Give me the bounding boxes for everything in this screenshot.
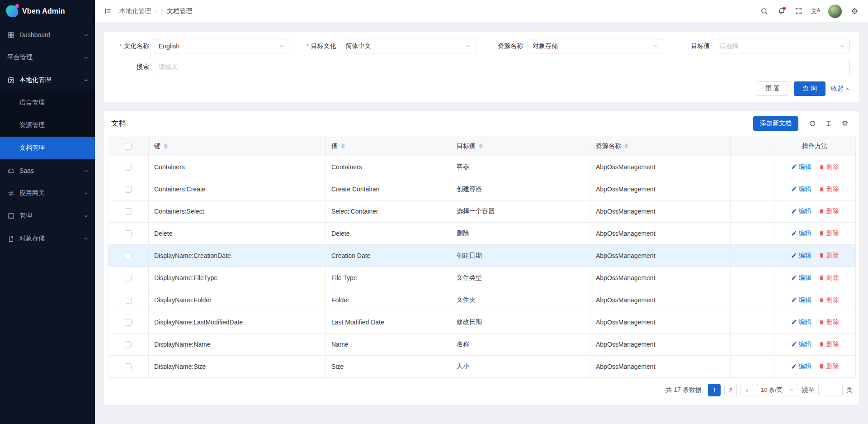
chevron-down-icon (84, 33, 89, 38)
sidebar-item-localization-management[interactable]: 本地化管理 (0, 69, 95, 91)
target-value-select-placeholder: 请选择 (720, 42, 739, 50)
add-document-button[interactable]: 添加新文档 (753, 116, 798, 131)
edit-button[interactable]: 编辑 (791, 274, 811, 282)
trash-icon (819, 186, 825, 192)
delete-button[interactable]: 删除 (819, 362, 839, 371)
row-checkbox[interactable] (125, 230, 132, 237)
translate-button[interactable]: 文A (807, 0, 824, 23)
reset-button[interactable]: 重 置 (757, 81, 788, 96)
breadcrumb-parent[interactable]: 本地化管理 (119, 7, 158, 15)
sidebar-item-platform-management[interactable]: 平台管理 (0, 46, 95, 69)
edit-icon (791, 297, 797, 303)
chevron-down-icon (153, 9, 158, 14)
target-culture-select[interactable]: 简体中文 (341, 39, 476, 53)
breadcrumb-parent-label: 本地化管理 (119, 7, 151, 15)
fullscreen-button[interactable] (790, 0, 807, 23)
delete-button[interactable]: 删除 (819, 252, 839, 260)
sort-icon[interactable] (164, 143, 168, 149)
notification-button[interactable] (773, 0, 789, 23)
query-button[interactable]: 查 询 (794, 81, 826, 96)
refresh-button[interactable] (806, 117, 819, 130)
culture-select[interactable]: English (154, 39, 289, 53)
target-value-select[interactable]: 请选择 (715, 39, 850, 53)
delete-button[interactable]: 删除 (819, 163, 839, 171)
required-asterisk: * (120, 43, 122, 50)
sidebar-item-resource-management[interactable]: 资源管理 (0, 114, 95, 137)
delete-button[interactable]: 删除 (819, 318, 839, 326)
topbar: 本地化管理 / 文档管理 文A (95, 0, 868, 23)
row-checkbox[interactable] (125, 252, 132, 259)
next-page-button[interactable] (741, 384, 753, 396)
edit-button[interactable]: 编辑 (791, 163, 811, 171)
page-2-button[interactable]: 2 (724, 384, 737, 396)
delete-button[interactable]: 删除 (819, 207, 839, 215)
column-header-resource[interactable]: 资源名称 (596, 142, 725, 150)
sidebar-item-saas[interactable]: Saas (0, 159, 95, 182)
cell-key: Delete (149, 223, 326, 245)
edit-button[interactable]: 编辑 (791, 185, 811, 193)
delete-button[interactable]: 删除 (819, 274, 839, 282)
menu-fold-button[interactable] (102, 6, 113, 17)
sidebar-item-management[interactable]: 管理 (0, 205, 95, 227)
trash-icon (819, 341, 825, 347)
settings-button[interactable]: ⚙ (846, 0, 863, 23)
column-header-target[interactable]: 目标值 (457, 142, 585, 150)
sidebar-item-document-management[interactable]: 文档管理 (0, 137, 95, 159)
chevron-down-icon (84, 191, 89, 196)
search-label: 搜索 (113, 63, 149, 71)
chevron-right-icon (745, 388, 750, 393)
edit-icon (791, 230, 797, 236)
cell-resource: AbpOssManagement (590, 333, 731, 356)
edit-button[interactable]: 编辑 (791, 252, 811, 260)
row-checkbox[interactable] (125, 363, 132, 370)
edit-button[interactable]: 编辑 (791, 296, 811, 304)
sidebar-item-object-storage[interactable]: 对象存储 (0, 227, 95, 250)
delete-button[interactable]: 删除 (819, 340, 839, 348)
row-checkbox[interactable] (125, 208, 132, 215)
row-checkbox[interactable] (125, 297, 132, 304)
edit-button[interactable]: 编辑 (791, 229, 811, 238)
edit-button[interactable]: 编辑 (791, 318, 811, 326)
sidebar-item-application-gateway[interactable]: 应用网关 (0, 182, 95, 205)
collapse-link[interactable]: 收起 (831, 85, 850, 93)
cell-target: 创建日期 (451, 245, 590, 267)
edit-button[interactable]: 编辑 (791, 340, 811, 348)
target-culture-field: * 目标文化 简体中文 (300, 39, 476, 53)
logo[interactable]: Vben Admin (0, 0, 95, 23)
delete-button[interactable]: 删除 (819, 229, 839, 238)
row-checkbox[interactable] (125, 164, 132, 171)
table-row: DisplayName:Folder Folder 文件夹 AbpOssMana… (108, 289, 856, 311)
avatar[interactable] (828, 5, 842, 18)
cell-target: 容器 (451, 156, 590, 178)
page-1-button[interactable]: 1 (708, 384, 721, 396)
column-settings-button[interactable]: ⚙ (838, 117, 852, 130)
sort-icon[interactable] (479, 143, 483, 149)
edit-button[interactable]: 编辑 (791, 207, 811, 215)
sidebar-item-language-management[interactable]: 语言管理 (0, 91, 95, 114)
sort-icon[interactable] (624, 143, 628, 149)
row-checkbox[interactable] (125, 341, 132, 348)
cell-target: 创建容器 (451, 178, 590, 200)
search-input[interactable] (154, 60, 850, 74)
chevron-down-icon (840, 43, 845, 49)
delete-button[interactable]: 删除 (819, 296, 839, 304)
jump-page-input[interactable] (818, 384, 843, 396)
sidebar-item-dashboard[interactable]: Dashboard (0, 24, 95, 46)
row-checkbox[interactable] (125, 186, 132, 193)
column-header-key[interactable]: 键 (154, 142, 320, 150)
table-row: DisplayName:Size Size 大小 AbpOssManagemen… (108, 356, 856, 378)
chevron-up-icon (84, 78, 89, 83)
column-header-value[interactable]: 值 (331, 142, 445, 150)
resource-select[interactable]: 对象存储 (528, 39, 663, 53)
select-all-checkbox[interactable] (125, 143, 132, 150)
page-size-select[interactable]: 10 条/页 (757, 384, 798, 396)
trash-icon (819, 297, 825, 303)
edit-button[interactable]: 编辑 (791, 362, 811, 371)
search-button[interactable] (756, 0, 772, 23)
row-height-button[interactable] (822, 117, 835, 130)
row-checkbox[interactable] (125, 275, 132, 281)
row-checkbox[interactable] (125, 319, 132, 326)
culture-label: * 文化名称 (113, 42, 149, 50)
delete-button[interactable]: 删除 (819, 185, 839, 193)
sort-icon[interactable] (341, 143, 345, 149)
